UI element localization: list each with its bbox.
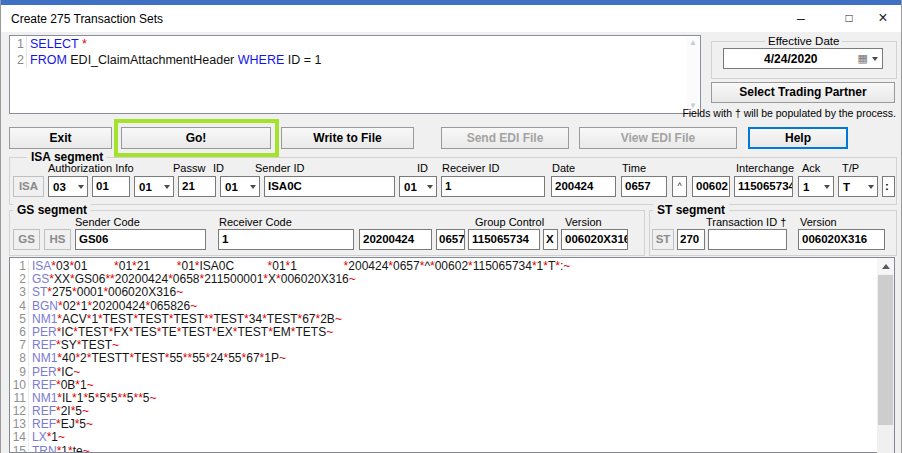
combo-value: 01 — [225, 181, 250, 193]
isa-auth-info-label: Authorization Info — [48, 162, 134, 174]
triangle-up-icon — [882, 264, 890, 269]
chevron-down-icon — [250, 185, 256, 189]
gs-sender-code-label: Sender Code — [75, 216, 140, 228]
st-prefix: ST — [652, 229, 674, 250]
isa-auth-info-input[interactable]: 01 — [92, 176, 130, 197]
sql-editor-scrollbar[interactable]: ▲ ▼ — [687, 37, 699, 112]
isa-interchange-control-input[interactable]: 115065734 — [734, 176, 793, 197]
sql-editor[interactable]: 1SELECT *2FROM EDI_ClaimAttachmentHeader… — [9, 35, 701, 114]
view-edi-file-button: View EDI File — [579, 127, 737, 149]
write-to-file-button[interactable]: Write to File — [281, 127, 414, 149]
edi-output-lines: 1ISA*03*01 *01*21 *01*ISA0C *01*1 *20042… — [10, 258, 894, 453]
combo-value: 03 — [53, 181, 78, 193]
gs-segment-title: GS segment — [13, 203, 91, 217]
isa-time-input[interactable]: 0657 — [621, 176, 667, 197]
line-number: 15 — [10, 445, 29, 453]
isa-repetition-input[interactable]: ^ — [672, 176, 687, 197]
sql-lines: 1SELECT *2FROM EDI_ClaimAttachmentHeader… — [10, 36, 700, 68]
edi-line: 8NM1*40*2*TESTT*TEST*55**55*24*55*67*1P~ — [10, 352, 894, 365]
chevron-down-icon — [824, 185, 830, 189]
scroll-up-icon[interactable]: ▲ — [687, 37, 699, 49]
isa-ack-label: Ack — [802, 162, 820, 174]
isa-sender-id-label: Sender ID — [255, 162, 305, 174]
line-number: 9 — [10, 366, 29, 379]
scroll-up-icon[interactable] — [877, 258, 894, 274]
isa-date-input[interactable]: 200424 — [551, 176, 616, 197]
st-version-input[interactable]: 006020X316 — [798, 229, 885, 250]
gs-version-label: Version — [565, 216, 602, 228]
isa-receiver-qualifier-select[interactable]: 01 — [399, 176, 437, 197]
isa-receiver-id-label: Receiver ID — [442, 162, 499, 174]
isa-auth-qualifier-select[interactable]: 03 — [48, 176, 88, 197]
line-number: 1 — [10, 36, 27, 52]
gs-agency-code-input[interactable]: X — [543, 229, 558, 250]
gs-functional-code: HS — [44, 229, 71, 250]
scrollbar-thumb[interactable] — [878, 275, 893, 425]
line-number: 4 — [10, 300, 29, 313]
isa-component-separator-input[interactable]: : — [882, 176, 895, 197]
effective-date-value: 4/24/2020 — [724, 52, 858, 66]
edi-output-scrollbar[interactable] — [877, 258, 894, 453]
isa-time-label: Time — [622, 162, 646, 174]
chevron-down-icon — [868, 185, 874, 189]
go-button[interactable]: Go! — [121, 127, 271, 149]
combo-value: 01 — [404, 181, 427, 193]
st-segment-title: ST segment — [653, 203, 729, 217]
fields-note: Fields with † will be populated by the p… — [682, 107, 896, 119]
isa-ack-select[interactable]: 1 — [798, 176, 834, 197]
line-number: 3 — [10, 286, 29, 299]
app-window: Create 275 Transaction Sets – □ × 1SELEC… — [0, 0, 902, 453]
isa-tp-label: T/P — [842, 162, 859, 174]
st-version-label: Version — [800, 216, 837, 228]
line-number: 5 — [10, 313, 29, 326]
st-transaction-id-input[interactable] — [708, 229, 787, 250]
edi-line: 9PER*IC~ — [10, 366, 894, 379]
sql-line: 1SELECT * — [10, 36, 700, 52]
combo-value: 01 — [139, 181, 164, 193]
edi-line: 11NM1*IL*1*5*5*5**5**5~ — [10, 392, 894, 405]
exit-button[interactable]: Exit — [9, 127, 112, 149]
chevron-down-icon[interactable] — [872, 57, 878, 61]
calendar-icon: ▦ — [858, 53, 868, 64]
effective-date-label: Effective Date — [765, 35, 842, 47]
edi-line: 15TRN*1*te~ — [10, 445, 894, 453]
isa-control-version-input[interactable]: 00602 — [692, 176, 730, 197]
gs-receiver-code-input[interactable]: 1 — [218, 229, 354, 250]
line-number: 10 — [10, 379, 29, 392]
st-transaction-set-input[interactable]: 270 — [677, 229, 705, 250]
sql-line: 2FROM EDI_ClaimAttachmentHeader WHERE ID… — [10, 52, 700, 68]
gs-sender-code-input[interactable]: GS06 — [75, 229, 206, 250]
gs-date-input[interactable]: 20200424 — [359, 229, 432, 250]
gs-time-input[interactable]: 0657 — [436, 229, 465, 250]
line-number: 14 — [10, 431, 29, 444]
chevron-down-icon — [164, 185, 170, 189]
gs-version-input[interactable]: 006020X316 — [561, 229, 628, 250]
edi-line: 6PER*IC*TEST*FX*TES*TE*TEST*EX*TEST*EM*T… — [10, 326, 894, 339]
st-transaction-id-label: Transaction ID † — [706, 216, 786, 228]
title-bar: Create 275 Transaction Sets – □ × — [1, 5, 901, 32]
combo-value: T — [843, 181, 868, 193]
isa-interchange-label: Interchange — [736, 162, 794, 174]
edi-line: 13REF*EJ*5~ — [10, 418, 894, 431]
isa-sender-id-input[interactable]: ISA0C — [264, 176, 395, 197]
isa-receiver-id-input[interactable]: 1 — [441, 176, 545, 197]
effective-date-picker[interactable]: 4/24/2020 ▦ — [723, 48, 883, 69]
isa-security-qualifier-select[interactable]: 01 — [134, 176, 174, 197]
isa-password-input[interactable]: 21 — [178, 176, 216, 197]
gs-group-control-label: Group Control — [475, 216, 544, 228]
help-button[interactable]: Help — [748, 127, 848, 149]
edi-line: 12REF*2I*5~ — [10, 405, 894, 418]
edi-line: 14LX*1~ — [10, 431, 894, 444]
window-title: Create 275 Transaction Sets — [11, 12, 163, 26]
isa-passw-label: Passw — [173, 162, 205, 174]
minimize-button[interactable]: – — [779, 5, 823, 32]
close-button[interactable]: × — [861, 5, 902, 32]
isa-id-label-1: ID — [213, 162, 224, 174]
select-trading-partner-button[interactable]: Select Trading Partner — [711, 82, 895, 103]
gs-group-control-input[interactable]: 115065734 — [468, 229, 540, 250]
edi-output-panel[interactable]: 1ISA*03*01 *01*21 *01*ISA0C *01*1 *20042… — [9, 257, 895, 453]
isa-sender-qualifier-select[interactable]: 01 — [220, 176, 260, 197]
line-number: 2 — [10, 52, 27, 68]
isa-tp-select[interactable]: T — [838, 176, 878, 197]
line-number: 8 — [10, 352, 29, 365]
